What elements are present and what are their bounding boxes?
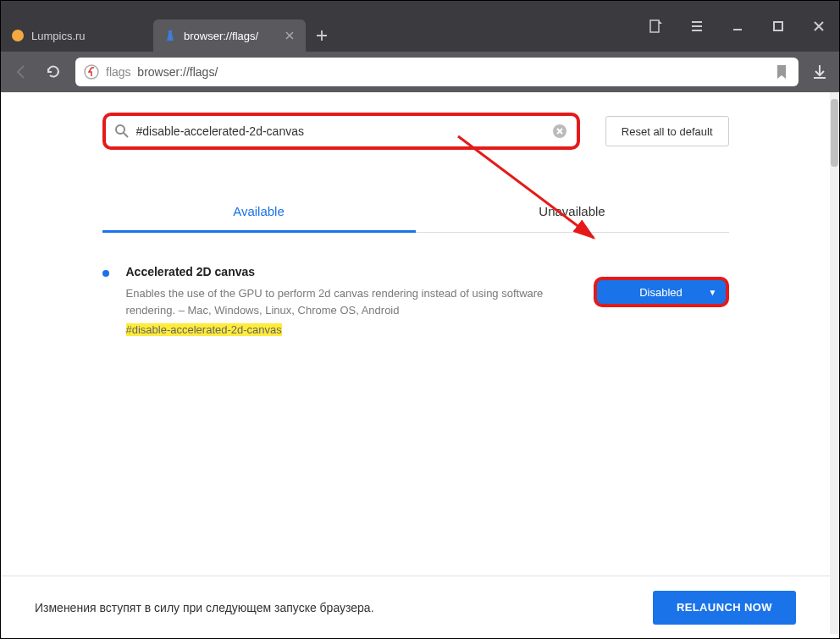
svg-point-0 (12, 30, 24, 41)
maximize-button[interactable] (758, 1, 799, 52)
flags-tabs: Available Unavailable (102, 192, 729, 233)
flags-search-input[interactable] (136, 124, 551, 138)
clear-search-icon[interactable] (551, 123, 568, 140)
downloads-icon[interactable] (810, 63, 829, 81)
svg-rect-1 (169, 30, 172, 34)
address-bar: flags browser://flags/ (1, 52, 839, 92)
omnibox[interactable]: flags browser://flags/ (75, 58, 799, 86)
relaunch-message: Изменения вступят в силу при следующем з… (35, 601, 374, 614)
yandex-icon (84, 64, 99, 80)
flag-title: Accelerated 2D canvas (126, 265, 577, 278)
menu-icon[interactable] (677, 1, 717, 52)
vertical-scrollbar[interactable] (830, 92, 839, 634)
search-icon (114, 124, 130, 139)
tab-title: browser://flags/ (184, 30, 279, 42)
back-button[interactable] (11, 62, 31, 82)
flag-item: Accelerated 2D canvas Enables the use of… (102, 265, 729, 337)
new-tab-button[interactable] (306, 19, 338, 52)
browser-tab-inactive[interactable]: Lumpics.ru (1, 19, 153, 52)
svg-rect-2 (650, 20, 659, 32)
flag-description: Enables the use of the GPU to perform 2d… (126, 285, 566, 318)
tab-unavailable[interactable]: Unavailable (416, 192, 729, 233)
flag-state-select[interactable]: Disabled ▼ (594, 277, 729, 307)
scrollbar-thumb[interactable] (831, 99, 838, 167)
reload-button[interactable] (43, 62, 64, 82)
close-tab-icon[interactable] (284, 30, 296, 41)
tab-title: Lumpics.ru (31, 30, 143, 42)
flag-state-value: Disabled (639, 286, 682, 299)
url-text: flags browser://flags/ (106, 65, 766, 79)
relaunch-button[interactable]: RELAUNCH NOW (653, 591, 796, 625)
reader-mode-icon[interactable] (636, 1, 677, 52)
chevron-down-icon: ▼ (709, 288, 717, 297)
window-controls (636, 1, 839, 52)
relaunch-footer: Изменения вступят в силу при следующем з… (1, 576, 830, 638)
flag-modified-dot-icon (102, 270, 109, 277)
reset-all-button[interactable]: Reset all to default (605, 116, 729, 146)
bookmark-icon[interactable] (773, 63, 790, 80)
flag-hash: #disable-accelerated-2d-canvas (126, 323, 282, 336)
svg-point-5 (116, 125, 124, 134)
browser-tab-active[interactable]: browser://flags/ (153, 19, 306, 52)
flags-search-box (102, 113, 580, 150)
favicon-lumpics (11, 29, 25, 42)
flags-page: Reset all to default Available Unavailab… (1, 92, 830, 638)
titlebar: Lumpics.ru browser://flags/ (1, 1, 839, 52)
close-window-button[interactable] (799, 1, 839, 52)
tab-available[interactable]: Available (102, 192, 416, 233)
svg-rect-3 (774, 22, 782, 30)
favicon-flags (163, 29, 177, 42)
minimize-button[interactable] (717, 1, 758, 52)
